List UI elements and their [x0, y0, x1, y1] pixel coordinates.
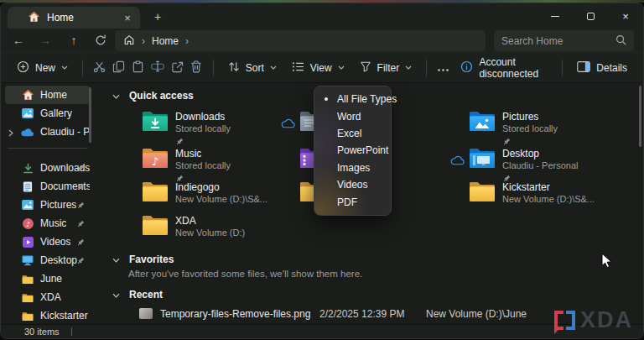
toolbar-divider — [426, 60, 427, 76]
sidebar-item-pictures[interactable]: Pictures — [5, 196, 90, 214]
sidebar-item-claudiu-person[interactable]: Claudiu - Person — [5, 123, 90, 141]
sort-label: Sort — [246, 62, 264, 74]
quick-access-item-text: DesktopClaudiu - Personal — [502, 149, 579, 182]
cloud-sync-icon — [281, 118, 295, 131]
sidebar-item-gallery[interactable]: Gallery — [5, 104, 90, 123]
file-thumbnail — [139, 308, 153, 319]
filter-menu-item-label: All File Types — [337, 93, 397, 105]
sidebar-item-label: June — [40, 273, 62, 285]
view-dropdown-button[interactable]: View — [284, 56, 352, 80]
xda-bracket-left-icon — [554, 311, 564, 330]
sidebar-item-label: Videos — [40, 236, 70, 248]
main-scrollbar[interactable] — [639, 86, 641, 147]
quick-access-item-text: PicturesStored locally — [502, 112, 558, 145]
filter-dropdown-button[interactable]: Filter — [352, 56, 420, 80]
view-icon — [292, 61, 304, 75]
view-label: View — [310, 62, 332, 74]
onedrive-icon — [21, 128, 34, 137]
search-input[interactable]: Search Home — [494, 30, 634, 51]
copy-button[interactable] — [109, 56, 128, 80]
quick-access-item-music[interactable]: ♪MusicStored locally — [142, 148, 297, 181]
quick-access-item-text: DownloadsStored locally — [175, 112, 231, 145]
filter-menu-item-excel[interactable]: Excel — [314, 125, 391, 142]
explorer-body: HomeGalleryClaudiu - PersonDownloadsDocu… — [1, 83, 643, 324]
chevron-down-icon[interactable] — [112, 289, 120, 301]
filter-menu-item-label: PDF — [337, 196, 357, 208]
chevron-right-icon[interactable]: › — [185, 35, 189, 47]
sidebar-scrollbar[interactable] — [89, 87, 91, 143]
chevron-down-icon[interactable] — [112, 90, 120, 102]
back-button[interactable]: ← — [8, 30, 29, 50]
sidebar: HomeGalleryClaudiu - PersonDownloadsDocu… — [1, 83, 96, 324]
maximize-button[interactable] — [573, 3, 608, 29]
item-location: Stored locally — [502, 123, 558, 134]
section-header-recent[interactable]: Recent — [112, 289, 163, 301]
sidebar-item-kickstarter[interactable]: Kickstarter — [5, 306, 90, 324]
folder-plain-icon — [142, 181, 169, 205]
account-status-button[interactable]: Account disconnected — [453, 56, 555, 80]
filter-menu-item-powerpoint[interactable]: PowerPoint — [314, 142, 391, 159]
chevron-right-icon[interactable] — [8, 128, 13, 139]
file-explorer-window: Home × + × ← → ↑ › Home › Search Home Ne… — [0, 3, 644, 339]
tab-home[interactable]: Home × — [8, 7, 140, 29]
quick-access-item-pictures[interactable]: PicturesStored locally — [469, 111, 624, 144]
minimize-button[interactable] — [538, 3, 573, 29]
downloads-icon — [21, 163, 34, 174]
section-header-quick-access[interactable]: Quick access — [112, 90, 194, 102]
titlebar[interactable]: Home × + × — [1, 3, 643, 29]
new-button[interactable]: New — [9, 56, 75, 80]
breadcrumb-home-icon[interactable] — [123, 34, 135, 48]
share-button[interactable] — [168, 56, 187, 80]
toolbar-divider — [562, 60, 563, 76]
paste-button[interactable] — [128, 56, 148, 80]
close-button[interactable]: × — [608, 3, 643, 29]
filter-menu-item-pdf[interactable]: PDF — [314, 194, 391, 211]
chevron-down-icon[interactable] — [112, 254, 120, 265]
folder-plain-icon — [469, 181, 496, 205]
delete-icon — [190, 60, 202, 76]
section-header-favorites[interactable]: Favorites — [112, 254, 174, 265]
quick-access-item-downloads[interactable]: DownloadsStored locally — [142, 111, 297, 144]
delete-button[interactable] — [187, 56, 206, 80]
sort-dropdown-button[interactable]: Sort — [221, 56, 284, 80]
address-bar[interactable]: › Home › — [115, 30, 486, 51]
more-options-button[interactable] — [434, 56, 453, 80]
sidebar-item-music[interactable]: ♪Music — [5, 214, 90, 233]
sidebar-item-documents[interactable]: Documents — [5, 177, 90, 196]
filter-menu-item-all-file-types[interactable]: All File Types — [314, 91, 391, 107]
tab-close-icon[interactable]: × — [120, 10, 135, 25]
sidebar-item-label: Claudiu - Person — [40, 126, 90, 138]
sidebar-item-label: Desktop — [40, 254, 77, 266]
folder-pictures-icon — [469, 111, 496, 134]
breadcrumb-segment-home[interactable]: Home — [152, 35, 179, 47]
details-button[interactable]: Details — [569, 56, 635, 80]
sidebar-item-downloads[interactable]: Downloads — [5, 159, 90, 177]
quick-access-item-desktop[interactable]: DesktopClaudiu - Personal — [469, 148, 624, 181]
sidebar-item-home[interactable]: Home — [5, 86, 90, 104]
filter-menu-item-videos[interactable]: Videos — [314, 176, 391, 193]
filter-menu-item-images[interactable]: Images — [314, 160, 391, 176]
new-tab-button[interactable]: + — [150, 9, 165, 24]
selected-bullet-icon — [314, 97, 337, 101]
item-name: Downloads — [175, 112, 231, 123]
rename-button[interactable] — [148, 56, 167, 80]
svg-text:♪: ♪ — [25, 219, 29, 228]
quick-access-item-indiegogo[interactable]: IndiegogoNew Volume (D:)\S&... — [142, 181, 297, 215]
favorites-title: Favorites — [129, 254, 174, 265]
maximize-icon — [587, 13, 595, 20]
quick-access-item-xda[interactable]: XDANew Volume (D:) — [142, 215, 297, 248]
filter-menu-item-word[interactable]: Word — [314, 107, 391, 124]
forward-button[interactable]: → — [34, 30, 56, 50]
sidebar-item-desktop[interactable]: Desktop — [5, 251, 90, 269]
sidebar-item-june[interactable]: June — [5, 269, 90, 288]
pictures-icon — [21, 200, 34, 210]
sidebar-item-xda[interactable]: XDA — [5, 288, 90, 306]
up-button[interactable]: ↑ — [63, 30, 85, 50]
sidebar-list: HomeGalleryClaudiu - PersonDownloadsDocu… — [1, 83, 96, 324]
cut-button[interactable] — [90, 56, 109, 80]
quick-access-item-kickstarter[interactable]: KickstarterNew Volume (D:)\S&... — [469, 181, 624, 215]
sidebar-item-videos[interactable]: Videos — [5, 233, 90, 251]
share-icon — [171, 60, 184, 76]
refresh-button[interactable] — [90, 30, 112, 50]
pin-icon — [76, 256, 85, 268]
